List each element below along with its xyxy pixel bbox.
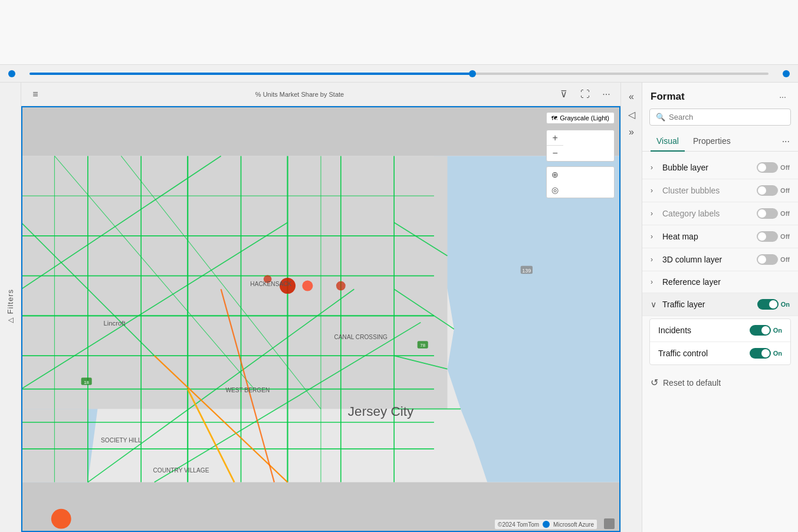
svg-text:Jersey City: Jersey City [348, 404, 414, 419]
layer-name: Heat map [662, 232, 757, 241]
slider-area [0, 65, 798, 83]
map-style-label: Grayscale (Light) [560, 114, 609, 121]
map-content[interactable]: 139 78 18 Jersey City Lincroft WEST BERG… [21, 106, 620, 532]
toggle-track[interactable] [757, 254, 778, 265]
toggle-track[interactable] [757, 299, 779, 310]
format-header: Format ··· [642, 83, 798, 109]
toggle-thumb [761, 349, 770, 357]
more-options-button[interactable]: ··· [598, 86, 615, 103]
chevron-icon: › [651, 278, 658, 286]
toggle-cluster[interactable]: Off [757, 185, 790, 196]
hamburger-button[interactable]: ≡ [27, 86, 44, 103]
toggle-label: Off [780, 233, 790, 240]
incidents-label: Incidents [658, 326, 750, 335]
additional-controls: ⊕ ◎ [546, 166, 615, 198]
toggle-label: On [781, 301, 790, 308]
chevron-icon: › [651, 232, 658, 241]
toggle-traffic-control[interactable]: On [750, 348, 782, 359]
search-icon: 🔍 [656, 113, 665, 121]
layer-row-traffic[interactable]: ∨ Traffic layer On [642, 293, 798, 316]
layer-name: 3D column layer [662, 255, 757, 264]
azure-attribution: Microsoft Azure [553, 521, 594, 528]
map-container: ≡ % Units Market Share by State ⊽ ⛶ ··· [21, 83, 620, 532]
filters-label[interactable]: ▷ Filters [6, 289, 15, 325]
toggle-track[interactable] [757, 208, 778, 219]
reset-icon: ↺ [651, 377, 658, 388]
svg-point-37 [336, 281, 346, 291]
search-box[interactable]: 🔍 [649, 109, 791, 126]
map-corner-icon[interactable] [604, 518, 615, 529]
location-button[interactable]: ◎ [547, 182, 563, 198]
svg-text:WEST BERGEN: WEST BERGEN [225, 387, 270, 393]
format-header-icons: ··· [776, 90, 790, 104]
chevron-icon: › [651, 163, 658, 172]
svg-text:Lincroft: Lincroft [104, 320, 126, 327]
svg-text:SOCIETY HILL: SOCIETY HILL [101, 437, 142, 444]
left-area: ▷ Filters ≡ % Units Market Share by Stat… [0, 83, 620, 532]
toggle-traffic[interactable]: On [757, 299, 790, 310]
collapse-left-button[interactable]: « [623, 88, 640, 105]
chevron-icon: › [651, 186, 658, 195]
traffic-sub-row-control: Traffic control On [650, 342, 790, 364]
traffic-sub-row-incidents: Incidents On [650, 319, 790, 342]
zoom-controls: + − [546, 130, 615, 162]
map-style-badge[interactable]: 🗺 Grayscale (Light) [546, 112, 615, 124]
toggle-incidents[interactable]: On [750, 325, 782, 336]
format-content: › Bubble layer Off › Cluster bubbles [642, 152, 798, 532]
range-slider[interactable] [29, 73, 769, 75]
toggle-heatmap[interactable]: Off [757, 231, 790, 242]
toggle-track[interactable] [757, 162, 778, 173]
map-toolbar-left: ≡ [27, 86, 44, 103]
svg-rect-1 [21, 156, 447, 409]
toggle-track[interactable] [757, 185, 778, 196]
tab-properties[interactable]: Properties [687, 132, 737, 152]
format-panel: Format ··· 🔍 Visual Properties ··· [642, 83, 798, 532]
tabs-more-button[interactable]: ··· [782, 136, 790, 147]
svg-text:18: 18 [84, 380, 89, 385]
filters-text: Filters [6, 289, 15, 314]
layer-row-category[interactable]: › Category labels Off [642, 202, 798, 225]
toggle-category[interactable]: Off [757, 208, 790, 219]
toggle-label: Off [780, 164, 790, 171]
toggle-thumb [758, 232, 766, 241]
toggle-thumb [758, 209, 766, 218]
layer-row-3d[interactable]: › 3D column layer Off [642, 248, 798, 271]
layer-row-reference[interactable]: › Reference layer [642, 271, 798, 293]
slider-right-handle[interactable] [783, 70, 790, 77]
expand-button[interactable]: ⛶ [577, 86, 593, 103]
reset-button[interactable]: ↺ Reset to default [642, 370, 798, 395]
toggle-track[interactable] [750, 348, 771, 359]
reset-label: Reset to default [663, 378, 721, 387]
zoom-out-button[interactable]: − [547, 146, 563, 161]
toggle-thumb [758, 255, 766, 264]
map-attribution: ©2024 TomTom Microsoft Azure [495, 520, 597, 529]
filter-button[interactable]: ⊽ [556, 86, 572, 103]
zoom-in-button[interactable]: + [547, 130, 563, 146]
toggle-label: Off [780, 210, 790, 217]
toggle-track[interactable] [750, 325, 771, 336]
format-more-button[interactable]: ··· [776, 90, 790, 104]
layer-row-heatmap[interactable]: › Heat map Off [642, 225, 798, 248]
svg-point-38 [51, 509, 71, 529]
layer-name: Traffic layer [662, 300, 757, 309]
toggle-track[interactable] [757, 231, 778, 242]
chevron-icon: › [651, 255, 658, 264]
svg-text:COUNTRY VILLAGE: COUNTRY VILLAGE [153, 467, 209, 474]
layer-row-cluster[interactable]: › Cluster bubbles Off [642, 179, 798, 202]
search-input[interactable] [669, 113, 784, 121]
chevron-icon: ∨ [651, 300, 658, 309]
toggle-3d[interactable]: Off [757, 254, 790, 265]
slider-left-handle[interactable] [8, 70, 15, 77]
toggle-bubble[interactable]: Off [757, 162, 790, 173]
tab-visual[interactable]: Visual [651, 132, 685, 152]
layer-row-bubble[interactable]: › Bubble layer Off [642, 156, 798, 179]
right-panel-wrapper: « ◁ » Format ··· 🔍 [620, 83, 798, 532]
toggle-thumb [758, 186, 766, 195]
svg-text:CANAL CROSSING: CANAL CROSSING [334, 334, 387, 340]
panel-icon-button[interactable]: ◁ [623, 106, 640, 123]
map-toolbar: ≡ % Units Market Share by State ⊽ ⛶ ··· [21, 83, 620, 106]
expand-right-button[interactable]: » [623, 124, 640, 140]
toggle-label: Off [780, 256, 790, 263]
toggle-label: On [773, 350, 782, 357]
compass-button[interactable]: ⊕ [547, 167, 563, 182]
